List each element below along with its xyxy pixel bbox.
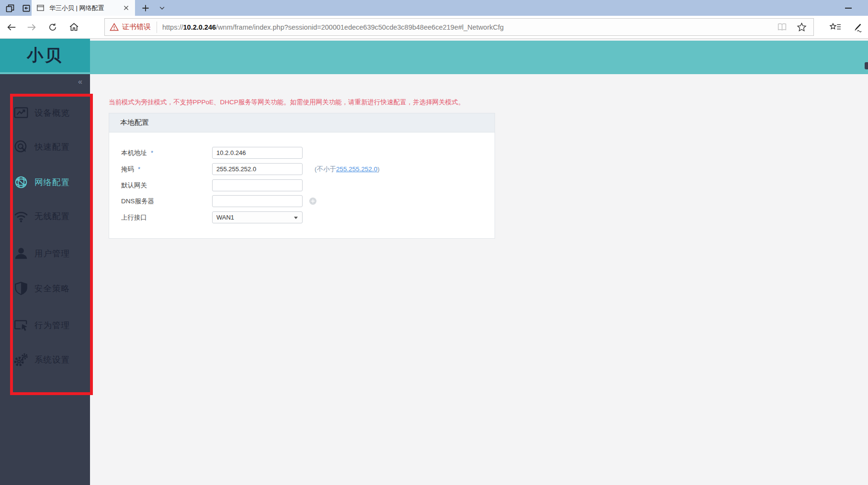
globe-icon: [13, 175, 29, 190]
form-row-dns-server: DNS服务器: [109, 195, 495, 207]
local-address-label: 本机地址*: [121, 147, 153, 159]
sidebar-item-quick-config[interactable]: 快速配置: [0, 137, 90, 156]
chevron-down-icon: [158, 4, 166, 11]
default-gateway-label: 默认网关: [121, 179, 147, 191]
add-dns-button[interactable]: [309, 198, 316, 205]
sidebar-item-label: 系统设置: [34, 354, 70, 365]
form-row-local-address: 本机地址*: [109, 147, 495, 159]
refresh-icon: [48, 22, 57, 32]
url-text: https://10.2.0.246/wnm/frame/index.php?s…: [162, 23, 777, 31]
plus-icon: [142, 4, 149, 12]
minimize-icon: [845, 4, 852, 12]
netmask-hint: (不小于255.255.252.0): [315, 163, 380, 175]
default-gateway-input[interactable]: [212, 179, 303, 191]
sidebar-item-label: 用户管理: [34, 248, 70, 259]
browser-addressbar: 证书错误 https://10.2.0.246/wnm/frame/index.…: [0, 16, 868, 39]
home-button[interactable]: [64, 16, 83, 38]
window-minimize-button[interactable]: [839, 0, 858, 16]
local-config-panel: 本地配置 本机地址* 掩码* (不小于255.255.252.0) 默认网关 D…: [109, 113, 495, 239]
netmask-label: 掩码*: [121, 163, 140, 175]
reading-view-icon[interactable]: [777, 22, 787, 32]
app-logo: 小贝: [0, 39, 90, 72]
user-icon: [13, 246, 29, 261]
tab-title: 华三小贝 | 网络配置: [49, 4, 121, 12]
sidebar-item-label: 快速配置: [34, 141, 70, 153]
behavior-icon: [13, 318, 29, 333]
home-icon: [69, 22, 79, 32]
tabs-preview-icon: [5, 3, 15, 13]
url-divider: [157, 22, 157, 33]
sidebar-item-user-management[interactable]: 用户管理: [0, 244, 90, 263]
url-host: 10.2.0.246: [183, 23, 216, 31]
required-asterisk: *: [151, 149, 153, 156]
add-favorite-star-icon[interactable]: [797, 22, 807, 32]
wifi-icon: [13, 209, 29, 224]
url-path: /wnm/frame/index.php?sessionid=200001ede…: [216, 23, 504, 31]
sidebar-item-wireless-config[interactable]: 无线配置: [0, 207, 90, 226]
page-favicon-icon: [36, 4, 45, 12]
pen-icon: [852, 22, 863, 33]
form-row-netmask: 掩码* (不小于255.255.252.0): [109, 163, 495, 175]
sidebar-item-label: 无线配置: [34, 210, 70, 222]
forward-arrow-icon: [26, 22, 37, 33]
browser-titlebar: 华三小贝 | 网络配置: [0, 0, 868, 16]
panel-title: 本地配置: [120, 118, 149, 127]
chart-icon: [13, 105, 29, 121]
sidebar-item-label: 网络配置: [34, 176, 70, 188]
tab-preview-button[interactable]: [2, 0, 18, 16]
back-button[interactable]: [2, 16, 21, 38]
back-arrow-icon: [6, 22, 17, 33]
warning-triangle-icon: [110, 22, 119, 32]
tab-list-chevron-button[interactable]: [155, 0, 169, 16]
required-asterisk: *: [138, 165, 140, 173]
local-address-input[interactable]: [212, 147, 303, 159]
uplink-interface-label: 上行接口: [121, 211, 147, 223]
logo-text: 小贝: [27, 44, 63, 66]
sidebar-item-network-config[interactable]: 网络配置: [0, 173, 90, 192]
quick-config-icon: [13, 139, 29, 154]
sidebar-item-label: 行为管理: [34, 320, 70, 331]
sidebar-nav: « 设备概览 快速配置: [0, 74, 90, 485]
sidebar-item-label: 设备概览: [34, 107, 70, 119]
sidebar-item-system-settings[interactable]: 系统设置: [0, 350, 90, 369]
sidebar-item-device-overview[interactable]: 设备概览: [0, 103, 90, 122]
uplink-interface-value: WAN1: [216, 214, 234, 221]
uplink-interface-select[interactable]: WAN1: [212, 211, 303, 223]
gears-icon: [13, 352, 29, 367]
mode-warning-text: 当前模式为旁挂模式，不支持PPPoE、DHCP服务等网关功能。如需使用网关功能，…: [109, 98, 464, 107]
certificate-error-label: 证书错误: [122, 22, 151, 32]
url-scheme: https://: [162, 23, 183, 31]
new-tab-button[interactable]: [138, 0, 153, 16]
sidebar-item-label: 安全策略: [34, 283, 70, 294]
sidebar-collapse-button[interactable]: «: [78, 78, 82, 86]
set-aside-icon: [22, 3, 31, 13]
dns-server-input[interactable]: [212, 195, 303, 207]
netmask-input[interactable]: [212, 163, 303, 175]
url-field[interactable]: 证书错误 https://10.2.0.246/wnm/frame/index.…: [104, 18, 814, 36]
plus-icon: [311, 199, 315, 203]
sidebar-item-behavior-management[interactable]: 行为管理: [0, 316, 90, 335]
panel-header: 本地配置: [109, 113, 495, 132]
form-row-uplink-interface: 上行接口 WAN1: [109, 211, 495, 223]
refresh-button[interactable]: [43, 16, 62, 38]
header-edge-sliver: [865, 62, 868, 69]
certificate-error-button[interactable]: 证书错误: [105, 22, 157, 32]
favorites-hub-button[interactable]: [824, 16, 845, 38]
select-caret-icon: [294, 217, 298, 219]
netmask-hint-link[interactable]: 255.255.252.0: [336, 165, 377, 173]
shield-icon: [13, 281, 29, 296]
dns-server-label: DNS服务器: [121, 195, 154, 207]
tab-close-icon[interactable]: [121, 4, 131, 12]
browser-tab[interactable]: 华三小贝 | 网络配置: [32, 0, 135, 16]
sidebar-item-security-policy[interactable]: 安全策略: [0, 279, 90, 298]
hub-star-list-icon: [829, 22, 841, 33]
form-row-default-gateway: 默认网关: [109, 179, 495, 191]
web-note-pen-button[interactable]: [847, 16, 867, 38]
app-header: [0, 41, 868, 74]
forward-button[interactable]: [22, 16, 41, 38]
